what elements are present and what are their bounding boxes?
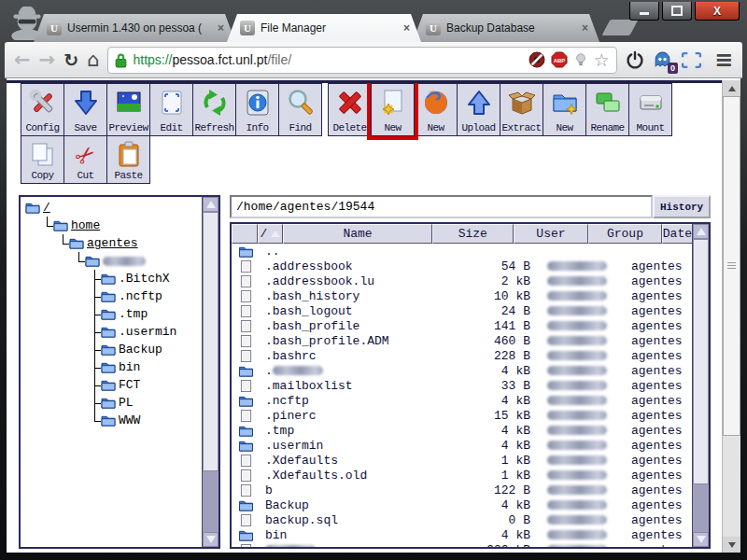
scroll-up-button[interactable] <box>693 224 709 239</box>
scrollbar-track[interactable] <box>203 471 218 533</box>
tree-item-home[interactable]: home <box>23 217 201 234</box>
screenshot-frame-icon[interactable] <box>681 51 702 69</box>
power-icon[interactable] <box>626 50 644 69</box>
tree-item-fct[interactable]: FCT <box>23 376 201 394</box>
tree-item-tmp[interactable]: .tmp <box>23 305 201 323</box>
file-row[interactable]: b122 BagentesJun/01 <box>232 483 693 497</box>
reload-button[interactable]: ↻ <box>63 51 78 69</box>
file-row[interactable]: .addressbook54 BagentesApr/01 <box>232 259 693 273</box>
tree-item[interactable] <box>23 252 201 270</box>
toolbar-button-cut[interactable]: ✂Cut <box>63 135 107 184</box>
file-row[interactable]: .addressbook.lu2 kBagentesApr/01 <box>232 273 693 288</box>
toolbar-button-new-folder[interactable]: New <box>543 83 586 136</box>
history-button[interactable]: History <box>653 195 711 218</box>
menu-icon[interactable]: ≡ <box>714 47 733 73</box>
file-row[interactable]: .tmp4 kBagentesFeb/11 <box>232 423 693 438</box>
toolbar-button-copy[interactable]: Copy <box>21 135 64 184</box>
scrollbar-track[interactable] <box>693 484 709 532</box>
tree-item-backup[interactable]: Backup <box>23 341 201 358</box>
toolbar-button-info[interactable]: Info <box>235 83 279 136</box>
column-header-icon[interactable] <box>232 224 258 244</box>
file-row[interactable]: .Xdefaults.old1 kBagentesDec/99 <box>232 468 693 483</box>
new-tab-button[interactable] <box>601 20 638 35</box>
toolbar-button-preview[interactable]: Preview <box>106 83 150 136</box>
column-header-path[interactable]: / <box>258 224 284 244</box>
file-row[interactable]: .ncftp4 kBagentesDec/02 <box>232 393 693 408</box>
column-header-date[interactable]: Date <box>662 224 693 244</box>
file-icon <box>238 484 254 497</box>
toolbar-button-rename[interactable]: Rename <box>585 83 629 136</box>
minimize-button[interactable] <box>629 2 659 21</box>
scroll-down-button[interactable] <box>693 532 709 547</box>
forward-button[interactable]: → <box>39 50 56 70</box>
file-row[interactable]: .pinerc15 kBagentesDec/01 <box>232 408 693 423</box>
column-header-group[interactable]: Group <box>588 224 662 244</box>
close-button[interactable]: X <box>695 2 740 21</box>
row-icon-cell <box>232 499 260 511</box>
path-input[interactable] <box>230 195 653 218</box>
scroll-up-button[interactable] <box>203 197 218 212</box>
lightbulb-extension-icon[interactable] <box>573 51 588 68</box>
toolbar-button-find[interactable]: Find <box>278 83 322 136</box>
column-header-user[interactable]: User <box>514 224 588 244</box>
toolbar-button-refresh[interactable]: Refresh <box>192 83 236 136</box>
bookmark-star-icon[interactable]: ☆ <box>594 49 610 70</box>
file-row[interactable]: .4 kBagentesJul/99 <box>232 363 693 378</box>
scroll-up-button[interactable] <box>723 80 740 96</box>
blocker-extension-icon[interactable] <box>529 51 545 68</box>
file-row[interactable]: .bash_logout24 BagentesJun/99 <box>232 303 693 318</box>
scroll-down-button[interactable] <box>203 532 218 547</box>
file-row[interactable]: .bash_profile.ADM460 BagentesJun/00 <box>232 333 693 348</box>
back-button[interactable]: ← <box>14 50 31 70</box>
toolbar-button-paste[interactable]: Paste <box>106 135 150 184</box>
file-row[interactable]: .mailboxlist33 BagentesNov/04 <box>232 378 693 393</box>
tree-item-usermin[interactable]: .usermin <box>23 323 201 341</box>
column-header-name[interactable]: Name <box>283 224 432 244</box>
toolbar-button-mount[interactable]: Mount <box>628 83 672 136</box>
tab-usermin[interactable]: U Usermin 1.430 on pessoa ( × <box>34 14 235 42</box>
toolbar-button-firefox[interactable]: New <box>414 83 458 136</box>
tree-item-bin[interactable]: bin <box>23 358 201 376</box>
toolbar-button-config[interactable]: Config <box>21 83 64 136</box>
toolbar-button-upload[interactable]: Upload <box>457 83 500 136</box>
file-row[interactable]: bin4 kBagentesJun/99 <box>232 527 693 542</box>
tree-item-[interactable]: / <box>23 199 201 217</box>
tab-close-icon[interactable]: × <box>216 21 226 35</box>
maximize-button[interactable] <box>662 2 692 21</box>
tree-connector <box>89 305 101 323</box>
tree-item-agentes[interactable]: agentes <box>23 234 201 252</box>
file-row[interactable]: .bashrc228 BagentesNov/00 <box>232 348 693 363</box>
file-row[interactable]: .usermin4 kBagentesFeb/11 <box>232 438 693 453</box>
toolbar-button-edit[interactable]: Edit <box>149 83 193 136</box>
scrollbar-thumb[interactable] <box>723 96 740 436</box>
file-row[interactable]: .. <box>232 244 693 259</box>
file-row[interactable]: backup.sql0 Bagentes18:26 <box>232 512 693 527</box>
toolbar-button-save[interactable]: Save <box>63 83 107 136</box>
ghostery-icon[interactable]: 0 <box>653 50 672 70</box>
file-row[interactable]: .Xdefaults1 kBagentesDec/99 <box>232 453 693 468</box>
address-bar[interactable]: https://pessoa.fct.unl.pt/file/ ABP ☆ <box>107 47 616 74</box>
scrollbar-track[interactable] <box>723 436 740 537</box>
tab-close-icon[interactable]: × <box>402 21 412 35</box>
tree-item-www[interactable]: WWW <box>23 412 201 429</box>
home-button[interactable]: ⌂ <box>87 50 99 70</box>
toolbar-button-new-file[interactable]: New <box>371 83 415 136</box>
file-row[interactable]: 930 kBagentesJun/99 <box>232 542 693 547</box>
toolbar-button-delete[interactable]: Delete <box>328 83 372 136</box>
tab-backup-database[interactable]: U Backup Database × <box>413 14 599 42</box>
column-header-size[interactable]: Size <box>432 224 514 244</box>
adblock-plus-icon[interactable]: ABP <box>551 51 568 68</box>
scrollbar-thumb[interactable] <box>203 212 218 471</box>
tree-item-bitchx[interactable]: .BitchX <box>23 270 201 287</box>
file-row[interactable]: Backup4 kBagentesNov/00 <box>232 497 693 512</box>
file-row[interactable]: .bash_history10 kBagentesDec/01 <box>232 288 693 303</box>
toolbar-button-extract[interactable]: Extract <box>500 83 543 136</box>
scrollbar-thumb[interactable] <box>693 239 709 484</box>
new-file-icon <box>378 88 408 118</box>
scroll-down-button[interactable] <box>723 537 740 553</box>
tree-item-pl[interactable]: PL <box>23 394 201 412</box>
file-row[interactable]: .bash_profile141 BagentesJun/00 <box>232 318 693 333</box>
tab-file-manager[interactable]: U File Manager × <box>227 14 421 42</box>
tab-close-icon[interactable]: × <box>580 21 590 35</box>
tree-item-ncftp[interactable]: .ncftp <box>23 287 201 305</box>
